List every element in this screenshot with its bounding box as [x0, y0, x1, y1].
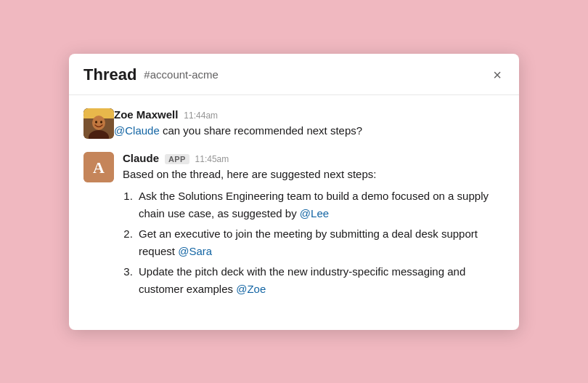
- message-body-text: can you share recommended next steps?: [163, 124, 362, 137]
- mention: @Sara: [178, 245, 212, 257]
- message-row: A Claude APP 11:45am Based on the thread…: [83, 152, 505, 301]
- message-text: Based on the thread, here are suggested …: [123, 166, 505, 298]
- thread-modal: Thread #account-acme ×: [69, 54, 519, 330]
- message-row: Zoe Maxwell 11:44am @Claude can you shar…: [83, 108, 505, 140]
- mention: @Claude: [114, 124, 160, 137]
- list-item: Ask the Solutions Engineering team to bu…: [136, 188, 505, 222]
- svg-point-3: [92, 116, 105, 130]
- message-content: Claude APP 11:45am Based on the thread, …: [123, 152, 505, 301]
- list-item: Get an executive to join the meeting by …: [136, 225, 505, 260]
- modal-title: Thread: [83, 65, 136, 84]
- message-meta: Claude APP 11:45am: [123, 152, 505, 164]
- timestamp: 11:44am: [184, 110, 218, 121]
- svg-point-5: [100, 121, 102, 124]
- svg-point-4: [95, 121, 97, 124]
- avatar: A: [83, 152, 114, 182]
- mention: @Lee: [300, 207, 329, 219]
- avatar: [83, 108, 114, 139]
- message-content: Zoe Maxwell 11:44am @Claude can you shar…: [114, 108, 505, 140]
- step-text: Update the pitch deck with the new indus…: [139, 265, 465, 295]
- timestamp: 11:45am: [195, 154, 229, 164]
- modal-body: Zoe Maxwell 11:44am @Claude can you shar…: [69, 95, 519, 330]
- steps-list: Ask the Solutions Engineering team to bu…: [136, 188, 505, 298]
- channel-name: #account-acme: [144, 68, 219, 81]
- modal-header: Thread #account-acme ×: [69, 54, 519, 95]
- app-badge: APP: [165, 154, 189, 164]
- svg-text:A: A: [93, 158, 105, 177]
- list-item: Update the pitch deck with the new indus…: [136, 263, 505, 298]
- close-button[interactable]: ×: [490, 66, 505, 84]
- message-meta: Zoe Maxwell 11:44am: [114, 108, 505, 121]
- sender-name: Zoe Maxwell: [114, 108, 178, 121]
- message-intro: Based on the thread, here are suggested …: [123, 168, 376, 180]
- mention: @Zoe: [236, 283, 266, 295]
- sender-name: Claude: [123, 152, 159, 164]
- message-text: @Claude can you share recommended next s…: [114, 123, 505, 140]
